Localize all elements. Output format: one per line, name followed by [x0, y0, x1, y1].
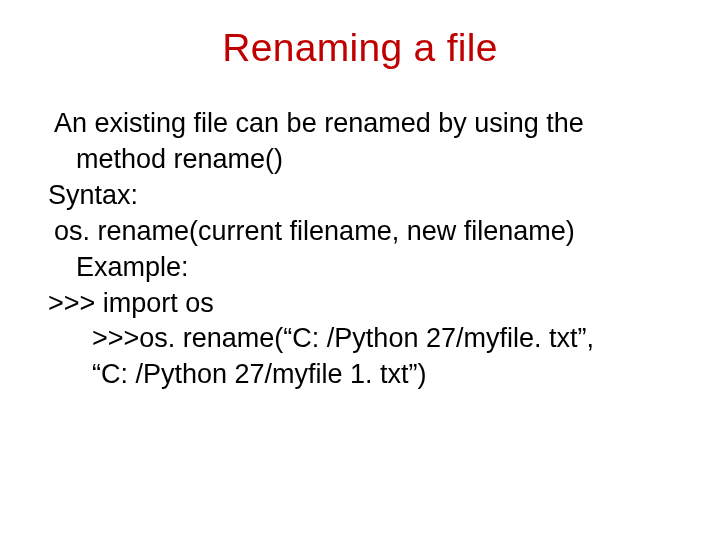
body-line: Example: [48, 250, 672, 286]
body-line: >>> import os [48, 286, 672, 322]
slide-title: Renaming a file [48, 26, 672, 70]
body-line: Syntax: [48, 178, 672, 214]
slide-container: Renaming a file An existing file can be … [0, 0, 720, 540]
body-line: >>>os. rename(“C: /Python 27/myfile. txt… [48, 321, 672, 357]
slide-body: An existing file can be renamed by using… [48, 106, 672, 393]
body-line: An existing file can be renamed by using… [48, 106, 672, 142]
body-line: method rename() [48, 142, 672, 178]
body-line: os. rename(current filename, new filenam… [48, 214, 672, 250]
body-line: “C: /Python 27/myfile 1. txt”) [48, 357, 672, 393]
